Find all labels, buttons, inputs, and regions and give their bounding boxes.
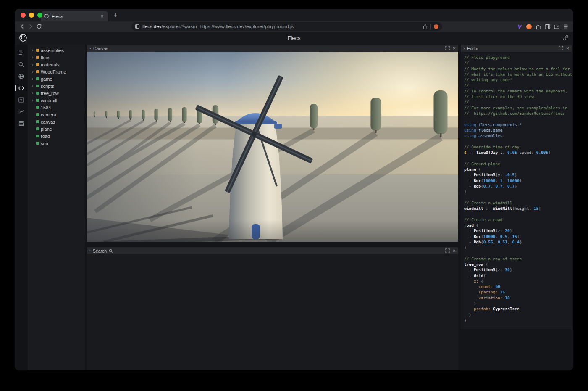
- tree-row[interactable]: ›materials: [28, 61, 85, 68]
- new-tab-button[interactable]: +: [110, 10, 121, 20]
- code-line: prefab: CypressTree: [464, 306, 572, 312]
- code-line: $ :- TimeOfDay{t: 0.05 speed: 0.005}: [464, 150, 572, 155]
- collapsed-icon[interactable]: ▪: [89, 249, 91, 253]
- tree-row[interactable]: sun: [28, 140, 85, 147]
- share-icon[interactable]: [423, 24, 428, 29]
- tree-item-label: 1584: [41, 105, 51, 110]
- tree-row[interactable]: ›tree_row: [28, 90, 85, 97]
- close-icon[interactable]: ×: [566, 46, 569, 51]
- fullscreen-icon[interactable]: [559, 46, 563, 50]
- code-line: plane {: [464, 166, 572, 172]
- back-button[interactable]: [18, 22, 26, 31]
- code-line: // Ground plane: [464, 161, 572, 166]
- code-line: // Override time of day: [464, 144, 572, 150]
- code-line: // For more examples, see examples/plecs…: [464, 105, 572, 111]
- code-line: //: [464, 82, 572, 88]
- expand-chevron-icon[interactable]: ›: [31, 48, 34, 53]
- expand-chevron-icon[interactable]: ›: [31, 69, 34, 74]
- editor-panel-header[interactable]: ▾ Editor ×: [461, 45, 572, 52]
- expand-chevron-icon[interactable]: ›: [31, 84, 34, 88]
- code-icon[interactable]: [17, 84, 25, 92]
- inspector-icon[interactable]: [17, 96, 25, 104]
- canvas-panel-header[interactable]: ▾ Canvas ×: [87, 45, 458, 52]
- expand-chevron-icon[interactable]: ›: [31, 98, 34, 103]
- tree-row[interactable]: ›scripts: [28, 82, 85, 90]
- entity-square-icon: [36, 113, 39, 116]
- code-line: }: [464, 317, 572, 323]
- workspace: ▾ Canvas ×: [85, 45, 573, 370]
- main-area: ›assemblies›flecs›materials›WoodFrame›ga…: [15, 45, 573, 370]
- code-line: - Rgb{0.55, 0.51, 0.4}: [464, 239, 572, 245]
- tab-title: Flecs: [52, 14, 97, 19]
- brave-shield-icon[interactable]: [433, 24, 439, 29]
- side-panel-icon[interactable]: [543, 22, 551, 31]
- expand-chevron-icon[interactable]: ›: [31, 55, 34, 60]
- expand-chevron-icon[interactable]: ›: [31, 91, 34, 95]
- extensions-puzzle-icon[interactable]: [534, 22, 542, 31]
- tree-item-label: road: [41, 134, 50, 139]
- expand-chevron-icon[interactable]: ›: [31, 77, 34, 81]
- stats-icon[interactable]: [17, 108, 25, 116]
- permalink-icon[interactable]: [562, 34, 569, 41]
- code-line: using flecs.components.*: [464, 122, 572, 127]
- fullscreen-icon[interactable]: [445, 46, 450, 50]
- tree-item-label: sun: [41, 141, 48, 146]
- 3d-viewport[interactable]: [87, 52, 458, 242]
- zoom-window-button[interactable]: [37, 13, 42, 18]
- tree-row[interactable]: ›assemblies: [28, 47, 85, 54]
- tree-row[interactable]: ›game: [28, 75, 85, 82]
- outline-icon[interactable]: [17, 49, 25, 57]
- orange-extension-icon[interactable]: [525, 22, 533, 31]
- url-bar[interactable]: flecs.dev/explorer/?wasm=https://www.fle…: [131, 22, 442, 31]
- fullscreen-icon[interactable]: [445, 248, 450, 253]
- world-icon[interactable]: [17, 72, 25, 80]
- bookmark-panel-icon[interactable]: [135, 24, 140, 29]
- tree-row[interactable]: road: [28, 132, 85, 140]
- expand-chevron-icon[interactable]: ›: [31, 62, 34, 67]
- tree-item-label: scripts: [41, 84, 54, 89]
- code-line: //: [464, 99, 572, 105]
- tree-row[interactable]: ›WoodFrame: [28, 68, 85, 75]
- wallet-icon[interactable]: [552, 22, 561, 31]
- browser-window: Flecs × + flecs.dev/explorer/?wasm=https…: [15, 9, 573, 370]
- tree-item-label: game: [41, 77, 52, 82]
- tree-row[interactable]: ›flecs: [28, 54, 85, 61]
- v-extension-icon[interactable]: V: [515, 22, 524, 31]
- tree-row[interactable]: ›windmill: [28, 97, 85, 104]
- tab-close-icon[interactable]: ×: [99, 13, 105, 19]
- module-square-icon: [36, 70, 39, 73]
- tree-row[interactable]: 1584: [28, 104, 85, 111]
- entity-square-icon: [36, 99, 39, 102]
- close-icon[interactable]: ×: [453, 248, 456, 254]
- url-path: /explorer/?wasm=https://www.flecs.dev/ex…: [161, 24, 294, 29]
- memory-icon[interactable]: [17, 119, 25, 127]
- tree-row[interactable]: camera: [28, 111, 85, 118]
- code-line: }: [464, 312, 572, 317]
- reload-button[interactable]: [35, 22, 43, 31]
- search-icon[interactable]: [17, 61, 25, 69]
- minimize-window-button[interactable]: [29, 13, 34, 18]
- close-icon[interactable]: ×: [453, 46, 456, 51]
- module-square-icon: [36, 49, 39, 52]
- app-header: Flecs: [15, 32, 573, 45]
- entity-tree: ›assemblies›flecs›materials›WoodFrame›ga…: [28, 45, 85, 370]
- collapse-icon[interactable]: ▾: [463, 46, 465, 50]
- code-line: - Position3{z: 30}: [464, 267, 572, 272]
- tree-item-label: canvas: [41, 119, 55, 124]
- entity-square-icon: [36, 77, 39, 80]
- tree-item-label: tree_row: [41, 91, 59, 96]
- close-window-button[interactable]: [21, 13, 26, 18]
- code-editor[interactable]: // Flecs playground//// Modify the value…: [461, 52, 572, 329]
- code-line: - Rgb{0.7, 0.7, 0.7}: [464, 183, 572, 189]
- canvas-panel-title: Canvas: [93, 46, 108, 51]
- menu-icon[interactable]: [562, 22, 570, 31]
- tree-row[interactable]: plane: [28, 125, 85, 132]
- code-line: - Grid{: [464, 273, 572, 278]
- search-panel-header[interactable]: ▪ Search ×: [87, 247, 458, 254]
- tab-flecs[interactable]: Flecs ×: [41, 11, 108, 21]
- forward-button[interactable]: [26, 22, 35, 31]
- tree-item-label: materials: [41, 62, 60, 67]
- collapse-icon[interactable]: ▾: [89, 46, 91, 50]
- tab-strip: Flecs × +: [15, 9, 573, 21]
- tree-row[interactable]: canvas: [28, 118, 85, 125]
